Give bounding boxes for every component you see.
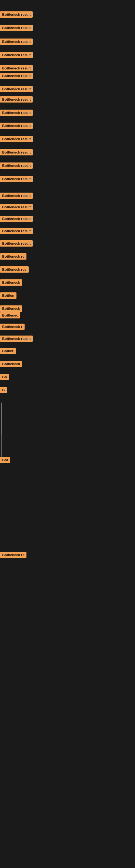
bottleneck-badge[interactable]: Bottlenec <box>0 312 20 318</box>
bottleneck-badge[interactable]: Bottleneck result <box>0 123 33 129</box>
bottleneck-item: Bottleneck result <box>0 110 33 116</box>
bottleneck-item: Bottleneck result <box>0 25 33 31</box>
bottleneck-badge[interactable]: Bottleneck result <box>0 204 33 210</box>
bottleneck-badge[interactable]: Bottleneck result <box>0 52 33 58</box>
bottleneck-badge[interactable]: Bottleneck result <box>0 176 33 182</box>
bottleneck-badge[interactable]: Bottleneck result <box>0 25 33 31</box>
bottleneck-item: Bot <box>0 457 10 463</box>
bottleneck-item: Bottleneck <box>0 279 22 286</box>
bottleneck-badge[interactable]: Bottleneck result <box>0 38 33 45</box>
bottleneck-badge[interactable]: B <box>0 387 7 393</box>
bottleneck-item: Bottleneck result <box>0 38 33 45</box>
bottleneck-item: Bottleneck result <box>0 162 33 169</box>
bottleneck-badge[interactable]: Bottleneck <box>0 279 22 286</box>
bottleneck-badge[interactable]: Bottleneck result <box>0 73 33 79</box>
bottleneck-item: Bottleneck result <box>0 96 33 102</box>
bottleneck-item: Bottleneck res <box>0 267 29 273</box>
bottleneck-badge[interactable]: Bottlen <box>0 292 16 299</box>
bottleneck-badge[interactable]: Bo <box>0 374 9 380</box>
bottleneck-item: Bottlenec <box>0 312 20 318</box>
bottleneck-badge[interactable]: Bottleneck result <box>0 96 33 102</box>
bottleneck-badge[interactable]: Bottleneck re <box>0 253 27 259</box>
bottleneck-item: Bottleneck result <box>0 176 33 182</box>
bottleneck-badge[interactable]: Bottleneck result <box>0 86 33 92</box>
bottleneck-item: Bottleneck result <box>0 52 33 58</box>
bottleneck-badge[interactable]: Bottleneck result <box>0 110 33 116</box>
bottleneck-badge[interactable]: Bottleneck r <box>0 323 25 330</box>
bottleneck-item: Bottleneck <box>0 305 22 312</box>
bottleneck-item: Bottleneck <box>0 361 22 367</box>
bottleneck-item: Bottleneck result <box>0 240 33 247</box>
site-title <box>0 0 135 3</box>
bottleneck-badge[interactable]: Bottleneck result <box>0 11 33 18</box>
bottleneck-item: Bottleneck result <box>0 123 33 129</box>
bottleneck-item: Bottlen <box>0 292 16 299</box>
bottleneck-badge[interactable]: Bottleneck result <box>0 149 33 155</box>
vertical-line <box>1 403 2 435</box>
bottleneck-item: Bottleneck result <box>0 336 33 342</box>
bottleneck-badge[interactable]: Bottler <box>0 348 16 354</box>
bottleneck-badge[interactable]: Bottleneck result <box>0 216 33 222</box>
bottleneck-item: Bottleneck result <box>0 136 33 142</box>
bottleneck-badge[interactable]: Bottleneck result <box>0 228 33 234</box>
bottleneck-badge[interactable]: Bottleneck result <box>0 240 33 247</box>
bottleneck-item: Bottleneck r <box>0 323 25 330</box>
bottleneck-item: Bottleneck result <box>0 204 33 210</box>
bottleneck-item: Bottleneck result <box>0 228 33 234</box>
bottleneck-item: Bottleneck result <box>0 73 33 79</box>
bottleneck-item: Bottleneck re <box>0 253 27 259</box>
bottleneck-badge[interactable]: Bottleneck result <box>0 193 33 199</box>
bottleneck-badge[interactable]: Bottleneck result <box>0 136 33 142</box>
bottleneck-item: Bottler <box>0 348 16 354</box>
bottleneck-badge[interactable]: Bottleneck <box>0 305 22 312</box>
bottleneck-badge[interactable]: Bot <box>0 457 10 463</box>
bottleneck-item: Bottleneck result <box>0 193 33 199</box>
bottleneck-badge[interactable]: Bottleneck re <box>0 552 27 558</box>
bottleneck-item: Bottleneck re <box>0 552 27 558</box>
bottleneck-item: Bottleneck result <box>0 86 33 92</box>
bottleneck-badge[interactable]: Bottleneck result <box>0 65 33 71</box>
bottleneck-item: Bottleneck result <box>0 11 33 18</box>
bottleneck-badge[interactable]: Bottleneck res <box>0 267 29 273</box>
bottleneck-badge[interactable]: Bottleneck result <box>0 336 33 342</box>
bottleneck-item: B <box>0 387 7 393</box>
bottleneck-item: Bottleneck result <box>0 149 33 155</box>
bottleneck-badge[interactable]: Bottleneck <box>0 361 22 367</box>
bottleneck-item: Bottleneck result <box>0 65 33 71</box>
bottleneck-item: Bo <box>0 374 9 380</box>
bottleneck-item: Bottleneck result <box>0 216 33 222</box>
bottleneck-badge[interactable]: Bottleneck result <box>0 162 33 169</box>
